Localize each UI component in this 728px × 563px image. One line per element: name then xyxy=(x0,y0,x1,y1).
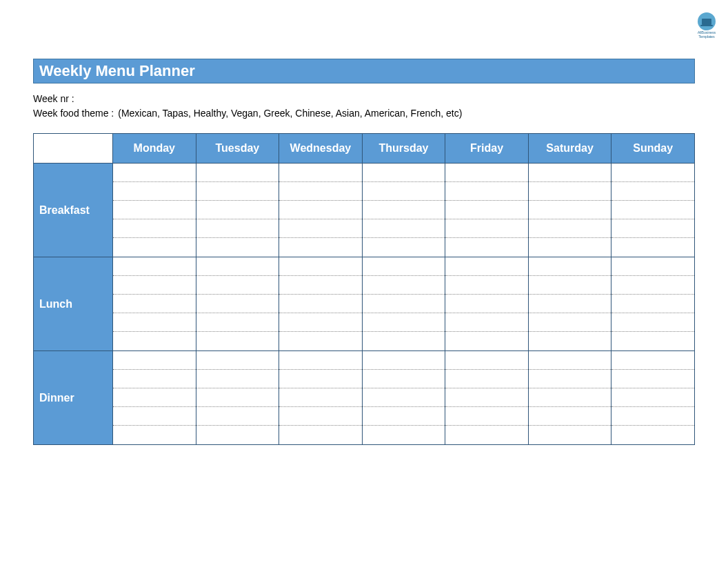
entry-line[interactable] xyxy=(363,407,445,426)
entry-line[interactable] xyxy=(279,276,362,295)
menu-cell[interactable] xyxy=(196,164,279,257)
entry-line[interactable] xyxy=(529,276,611,295)
entry-line[interactable] xyxy=(611,370,694,388)
entry-line[interactable] xyxy=(611,388,694,407)
menu-cell[interactable] xyxy=(445,257,529,351)
entry-line[interactable] xyxy=(445,257,528,276)
entry-line[interactable] xyxy=(279,407,362,426)
entry-line[interactable] xyxy=(279,257,362,276)
entry-line[interactable] xyxy=(445,370,528,388)
entry-line[interactable] xyxy=(113,182,196,201)
entry-line[interactable] xyxy=(363,219,445,238)
entry-line[interactable] xyxy=(611,426,694,444)
menu-cell[interactable] xyxy=(528,257,611,351)
entry-line[interactable] xyxy=(363,164,445,182)
entry-line[interactable] xyxy=(611,182,694,201)
entry-line[interactable] xyxy=(196,388,279,407)
entry-line[interactable] xyxy=(113,332,196,350)
entry-line[interactable] xyxy=(611,257,694,276)
entry-line[interactable] xyxy=(196,238,279,257)
menu-cell[interactable] xyxy=(362,164,445,257)
menu-cell[interactable] xyxy=(196,257,279,351)
entry-line[interactable] xyxy=(196,313,279,332)
entry-line[interactable] xyxy=(611,351,694,370)
entry-line[interactable] xyxy=(611,164,694,182)
entry-line[interactable] xyxy=(363,182,445,201)
menu-cell[interactable] xyxy=(279,164,363,257)
entry-line[interactable] xyxy=(445,201,528,219)
entry-line[interactable] xyxy=(279,219,362,238)
entry-line[interactable] xyxy=(529,407,611,426)
entry-line[interactable] xyxy=(113,313,196,332)
entry-line[interactable] xyxy=(363,201,445,219)
entry-line[interactable] xyxy=(113,407,196,426)
entry-line[interactable] xyxy=(445,238,528,257)
entry-line[interactable] xyxy=(113,426,196,444)
menu-cell[interactable] xyxy=(528,164,611,257)
entry-line[interactable] xyxy=(113,238,196,257)
entry-line[interactable] xyxy=(611,219,694,238)
entry-line[interactable] xyxy=(529,257,611,276)
menu-cell[interactable] xyxy=(611,164,695,257)
entry-line[interactable] xyxy=(529,295,611,313)
entry-line[interactable] xyxy=(529,182,611,201)
entry-line[interactable] xyxy=(445,295,528,313)
entry-line[interactable] xyxy=(113,276,196,295)
entry-line[interactable] xyxy=(279,313,362,332)
entry-line[interactable] xyxy=(529,351,611,370)
entry-line[interactable] xyxy=(445,182,528,201)
entry-line[interactable] xyxy=(196,370,279,388)
entry-line[interactable] xyxy=(196,276,279,295)
entry-line[interactable] xyxy=(611,313,694,332)
entry-line[interactable] xyxy=(445,332,528,350)
menu-cell[interactable] xyxy=(611,351,695,445)
entry-line[interactable] xyxy=(279,295,362,313)
entry-line[interactable] xyxy=(279,370,362,388)
entry-line[interactable] xyxy=(529,388,611,407)
entry-line[interactable] xyxy=(196,407,279,426)
menu-cell[interactable] xyxy=(611,257,695,351)
entry-line[interactable] xyxy=(611,238,694,257)
entry-line[interactable] xyxy=(279,201,362,219)
entry-line[interactable] xyxy=(611,276,694,295)
menu-cell[interactable] xyxy=(445,351,529,445)
entry-line[interactable] xyxy=(445,388,528,407)
entry-line[interactable] xyxy=(196,351,279,370)
entry-line[interactable] xyxy=(113,257,196,276)
entry-line[interactable] xyxy=(113,201,196,219)
entry-line[interactable] xyxy=(113,295,196,313)
menu-cell[interactable] xyxy=(113,351,196,445)
entry-line[interactable] xyxy=(113,351,196,370)
menu-cell[interactable] xyxy=(528,351,611,445)
entry-line[interactable] xyxy=(363,388,445,407)
entry-line[interactable] xyxy=(279,182,362,201)
entry-line[interactable] xyxy=(363,238,445,257)
entry-line[interactable] xyxy=(196,257,279,276)
entry-line[interactable] xyxy=(363,351,445,370)
menu-cell[interactable] xyxy=(279,351,363,445)
entry-line[interactable] xyxy=(529,426,611,444)
entry-line[interactable] xyxy=(445,407,528,426)
entry-line[interactable] xyxy=(445,351,528,370)
entry-line[interactable] xyxy=(611,332,694,350)
entry-line[interactable] xyxy=(529,370,611,388)
entry-line[interactable] xyxy=(363,257,445,276)
entry-line[interactable] xyxy=(445,313,528,332)
entry-line[interactable] xyxy=(363,370,445,388)
menu-cell[interactable] xyxy=(362,257,445,351)
menu-cell[interactable] xyxy=(445,164,529,257)
entry-line[interactable] xyxy=(113,388,196,407)
entry-line[interactable] xyxy=(529,219,611,238)
entry-line[interactable] xyxy=(363,295,445,313)
menu-cell[interactable] xyxy=(362,351,445,445)
entry-line[interactable] xyxy=(196,219,279,238)
entry-line[interactable] xyxy=(279,388,362,407)
entry-line[interactable] xyxy=(529,201,611,219)
entry-line[interactable] xyxy=(445,164,528,182)
entry-line[interactable] xyxy=(363,426,445,444)
entry-line[interactable] xyxy=(445,219,528,238)
entry-line[interactable] xyxy=(279,426,362,444)
entry-line[interactable] xyxy=(611,407,694,426)
entry-line[interactable] xyxy=(611,295,694,313)
menu-cell[interactable] xyxy=(279,257,363,351)
